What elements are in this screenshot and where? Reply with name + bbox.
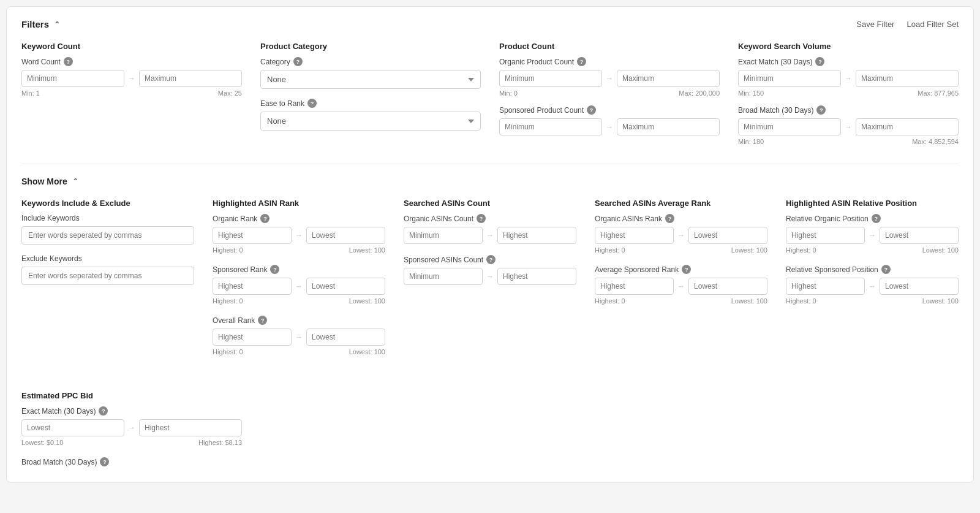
avg-sponsored-rank-lowest-input[interactable]: [688, 278, 767, 295]
relative-sponsored-position-help-icon[interactable]: ?: [881, 265, 891, 274]
header-actions: Save Filter Load Filter Set: [856, 20, 959, 29]
organic-asins-rank-highest-input[interactable]: [595, 227, 674, 244]
exact-match-min-input[interactable]: [738, 70, 841, 87]
include-keywords-label: Include Keywords: [21, 214, 194, 222]
ease-to-rank-help-icon[interactable]: ?: [307, 99, 317, 108]
organic-asins-count-range: →: [404, 227, 576, 244]
ppc-exact-match-subsection: Exact Match (30 Days) ? → Lowest: $0.10 …: [21, 406, 242, 446]
sponsored-asins-count-min-input[interactable]: [404, 268, 483, 285]
organic-asins-rank-help-icon[interactable]: ?: [665, 214, 674, 223]
organic-asins-count-max-input[interactable]: [497, 227, 576, 244]
organic-asins-rank-arrow: →: [677, 231, 685, 240]
ppc-grid: Exact Match (30 Days) ? → Lowest: $0.10 …: [21, 406, 959, 446]
exclude-keywords-input[interactable]: [21, 267, 194, 285]
exact-match-arrow: →: [845, 74, 852, 83]
avg-sponsored-rank-range: →: [595, 278, 767, 295]
organic-asins-rank-hint: Highest: 0 Lowest: 100: [595, 246, 767, 254]
organic-asins-count-subsection: Organic ASINs Count ? →: [404, 214, 576, 244]
category-label: Category ?: [260, 57, 481, 66]
word-count-label: Word Count ?: [21, 57, 242, 66]
avg-sponsored-rank-hint: Highest: 0 Lowest: 100: [595, 297, 767, 305]
relative-sponsored-lowest-input[interactable]: [880, 278, 959, 295]
organic-asins-count-help-icon[interactable]: ?: [477, 214, 486, 223]
ppc-exact-match-help-icon[interactable]: ?: [99, 406, 108, 416]
product-category-title: Product Category: [260, 42, 481, 51]
organic-asins-rank-lowest-input[interactable]: [688, 227, 767, 244]
overall-rank-range: →: [213, 329, 385, 346]
show-more-chevron-icon: ⌃: [72, 177, 78, 186]
word-count-range: →: [21, 70, 242, 87]
organic-rank-help-icon[interactable]: ?: [260, 214, 270, 223]
relative-organic-lowest-input[interactable]: [880, 227, 959, 244]
keyword-count-section: Keyword Count Word Count ? → Min: 1 Max:…: [21, 42, 242, 158]
organic-rank-label: Organic Rank ?: [213, 214, 385, 223]
category-help-icon[interactable]: ?: [293, 57, 303, 66]
broad-match-range: →: [738, 118, 959, 135]
include-keywords-input[interactable]: [21, 226, 194, 245]
ppc-exact-match-label: Exact Match (30 Days) ?: [21, 406, 242, 416]
load-filter-set-button[interactable]: Load Filter Set: [907, 20, 959, 29]
relative-sponsored-position-label: Relative Sponsored Position ?: [786, 265, 959, 274]
avg-sponsored-rank-help-icon[interactable]: ?: [682, 265, 691, 274]
sponsored-product-count-label: Sponsored Product Count ?: [499, 105, 720, 115]
exact-match-help-icon[interactable]: ?: [815, 57, 824, 66]
sponsored-rank-help-icon[interactable]: ?: [270, 265, 279, 274]
relative-organic-highest-input[interactable]: [786, 227, 865, 244]
sponsored-asins-count-help-icon[interactable]: ?: [486, 255, 496, 264]
organic-product-help-icon[interactable]: ?: [577, 57, 586, 66]
word-count-help-icon[interactable]: ?: [64, 57, 73, 66]
ppc-broad-match-help-icon[interactable]: ?: [100, 457, 109, 466]
sponsored-rank-highest-input[interactable]: [213, 278, 292, 295]
overall-rank-highest-input[interactable]: [213, 329, 292, 346]
ppc-broad-match-subsection: Broad Match (30 Days) ?: [21, 457, 959, 466]
word-count-min-input[interactable]: [21, 70, 124, 87]
product-count-title: Product Count: [499, 42, 720, 51]
broad-match-max-input[interactable]: [856, 118, 959, 135]
organic-asins-rank-subsection: Organic ASINs Rank ? → Highest: 0 Lowest…: [595, 214, 767, 254]
organic-product-count-label: Organic Product Count ?: [499, 57, 720, 66]
broad-match-min-input[interactable]: [738, 118, 841, 135]
show-more-row[interactable]: Show More ⌃: [21, 177, 959, 186]
organic-product-min-input[interactable]: [499, 70, 602, 87]
relative-organic-position-subsection: Relative Organic Position ? → Highest: 0…: [786, 214, 959, 254]
collapse-icon[interactable]: ⌃: [54, 20, 60, 29]
avg-sponsored-rank-label: Average Sponsored Rank ?: [595, 265, 767, 274]
overall-rank-help-icon[interactable]: ?: [258, 316, 267, 325]
keywords-include-exclude-title: Keywords Include & Exclude: [21, 199, 194, 208]
sponsored-rank-hint: Highest: 0 Lowest: 100: [213, 297, 385, 305]
organic-rank-lowest-input[interactable]: [306, 227, 385, 244]
organic-rank-arrow: →: [295, 231, 303, 240]
ease-to-rank-select[interactable]: None: [260, 112, 481, 131]
sponsored-asins-count-label: Sponsored ASINs Count ?: [404, 255, 576, 264]
ppc-highest-input[interactable]: [139, 419, 242, 436]
sponsored-rank-lowest-input[interactable]: [306, 278, 385, 295]
sponsored-product-help-icon[interactable]: ?: [587, 105, 596, 115]
organic-product-max-input[interactable]: [617, 70, 720, 87]
organic-asins-count-min-input[interactable]: [404, 227, 483, 244]
sponsored-product-max-input[interactable]: [617, 118, 720, 135]
relative-organic-position-label: Relative Organic Position ?: [786, 214, 959, 223]
sponsored-asins-count-max-input[interactable]: [497, 268, 576, 285]
divider: [21, 164, 959, 164]
organic-rank-highest-input[interactable]: [213, 227, 292, 244]
highlighted-asin-rank-section: Highlighted ASIN Rank Organic Rank ? → H…: [213, 199, 385, 379]
sponsored-product-min-input[interactable]: [499, 118, 602, 135]
ppc-lowest-input[interactable]: [21, 419, 124, 436]
overall-rank-lowest-input[interactable]: [306, 329, 385, 346]
exact-match-max-input[interactable]: [856, 70, 959, 87]
sponsored-rank-subsection: Sponsored Rank ? → Highest: 0 Lowest: 10…: [213, 265, 385, 305]
relative-organic-position-help-icon[interactable]: ?: [872, 214, 881, 223]
save-filter-button[interactable]: Save Filter: [856, 20, 894, 29]
broad-match-arrow: →: [845, 123, 852, 131]
avg-sponsored-rank-highest-input[interactable]: [595, 278, 674, 295]
keyword-count-title: Keyword Count: [21, 42, 242, 51]
word-count-max-input[interactable]: [139, 70, 242, 87]
category-select[interactable]: None: [260, 70, 481, 89]
exact-match-range: →: [738, 70, 959, 87]
sponsored-asins-count-range: →: [404, 268, 576, 285]
broad-match-hint: Min: 180 Max: 4,852,594: [738, 138, 959, 145]
exclude-keywords-label: Exclude Keywords: [21, 254, 194, 263]
relative-sponsored-highest-input[interactable]: [786, 278, 865, 295]
broad-match-help-icon[interactable]: ?: [816, 105, 826, 115]
product-count-section: Product Count Organic Product Count ? → …: [499, 42, 720, 158]
